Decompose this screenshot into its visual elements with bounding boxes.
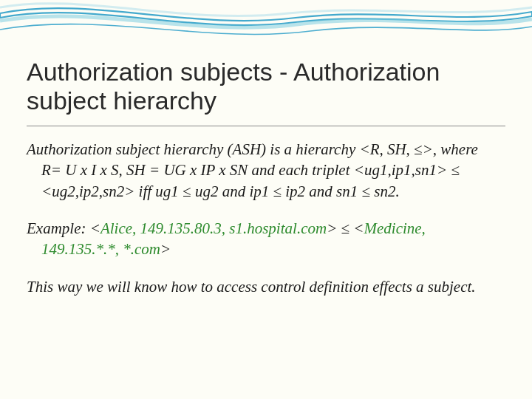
example-prefix: Example: <: [27, 219, 100, 237]
slide: Authorization subjects - Authorization s…: [0, 0, 532, 399]
conclusion-paragraph: This way we will know how to access cont…: [27, 276, 495, 297]
example-suffix: >: [160, 240, 171, 258]
definition-paragraph: Authorization subject hierarchy (ASH) is…: [27, 139, 495, 202]
example-tuple-1: Alice, 149.135.80.3, s1.hospital.com: [100, 219, 327, 237]
example-paragraph: Example: <Alice, 149.135.80.3, s1.hospit…: [27, 218, 495, 260]
example-mid: > ≤ <: [327, 219, 364, 237]
slide-body: Authorization subject hierarchy (ASH) is…: [27, 139, 495, 313]
wave-decoration: [0, 0, 532, 52]
title-underline: [27, 126, 505, 126]
slide-title: Authorization subjects - Authorization s…: [27, 58, 505, 115]
